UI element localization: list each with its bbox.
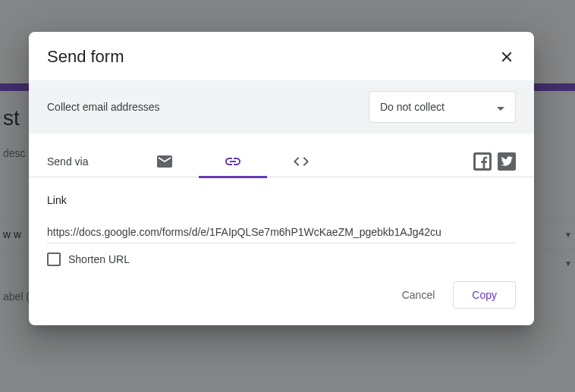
shorten-label: Shorten URL (68, 253, 130, 265)
cancel-button[interactable]: Cancel (396, 281, 441, 309)
embed-icon (292, 152, 310, 171)
link-heading: Link (47, 194, 516, 206)
link-section: Link Shorten URL (29, 177, 534, 277)
send-form-modal: Send form Collect email addresses Do not… (29, 32, 534, 325)
tab-embed[interactable] (267, 146, 335, 177)
collect-dropdown-value: Do not collect (380, 101, 445, 113)
send-via-section: Send via (29, 133, 534, 177)
modal-footer: Cancel Copy (29, 277, 534, 325)
modal-title: Send form (47, 47, 124, 67)
collect-dropdown[interactable]: Do not collect (369, 91, 516, 123)
collect-email-section: Collect email addresses Do not collect (29, 80, 534, 133)
shorten-checkbox[interactable] (47, 252, 61, 266)
link-icon (224, 152, 242, 171)
caret-down-icon (497, 101, 504, 113)
close-button[interactable] (498, 48, 516, 66)
social-share (473, 152, 516, 171)
link-url-input[interactable] (47, 223, 516, 243)
tab-link[interactable] (199, 146, 267, 177)
copy-button[interactable]: Copy (453, 281, 516, 309)
twitter-share[interactable] (498, 152, 516, 171)
twitter-icon (498, 152, 516, 171)
facebook-share[interactable] (473, 152, 492, 171)
facebook-icon (473, 152, 492, 171)
close-icon (498, 49, 515, 65)
shorten-row: Shorten URL (47, 252, 516, 266)
email-icon (156, 152, 174, 171)
collect-label: Collect email addresses (47, 101, 160, 113)
tab-email[interactable] (130, 146, 199, 177)
send-via-label: Send via (47, 155, 88, 168)
modal-header: Send form (29, 32, 534, 80)
